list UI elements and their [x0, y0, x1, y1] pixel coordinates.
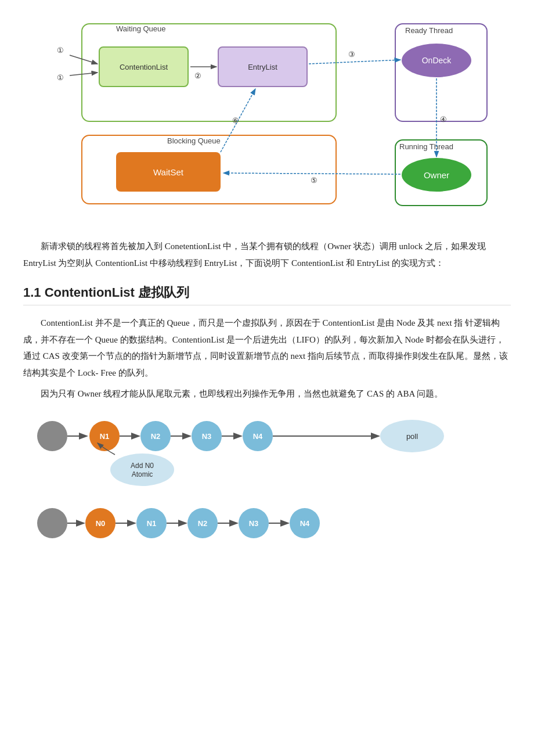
- svg-text:③: ③: [348, 50, 355, 59]
- entry-list-box: EntryList: [218, 46, 308, 87]
- svg-point-16: [37, 421, 67, 451]
- svg-text:N3: N3: [202, 432, 212, 441]
- svg-text:poll: poll: [406, 432, 418, 441]
- svg-text:N2: N2: [151, 432, 161, 441]
- node-row-2: N0 N1 N2 N3 N4: [29, 501, 505, 548]
- svg-text:N3: N3: [249, 519, 259, 528]
- svg-text:Atomic: Atomic: [132, 470, 153, 478]
- waiting-queue-label: Waiting Queue: [116, 24, 166, 33]
- ready-thread-label: Ready Thread: [405, 26, 453, 35]
- svg-text:N0: N0: [96, 519, 106, 528]
- running-thread-label: Running Thread: [399, 142, 453, 151]
- owner-ellipse: Owner: [402, 158, 471, 192]
- blocking-queue-label: Blocking Queue: [167, 136, 221, 145]
- svg-text:N2: N2: [198, 519, 208, 528]
- section-1-1-body: ContentionList 并不是一个真正的 Queue，而只是一个虚拟队列，…: [23, 315, 511, 402]
- svg-text:N4: N4: [300, 519, 310, 528]
- node-row-2-svg: N0 N1 N2 N3 N4: [29, 501, 505, 548]
- svg-point-37: [37, 508, 67, 538]
- node-row-1: N1 N2 N3 N4 Add N0 Atomic pol: [29, 414, 505, 489]
- svg-text:①: ①: [57, 73, 64, 82]
- svg-text:①: ①: [57, 46, 64, 55]
- waitset-box: WaitSet: [116, 152, 221, 192]
- monitor-diagram: Waiting Queue ContentionList EntryList R…: [23, 12, 511, 221]
- svg-text:N4: N4: [253, 432, 263, 441]
- svg-text:Add N0: Add N0: [131, 462, 154, 470]
- node-row-1-svg: N1 N2 N3 N4 Add N0 Atomic pol: [29, 414, 505, 489]
- svg-text:N1: N1: [100, 432, 110, 441]
- contention-list-box: ContentionList: [99, 46, 189, 87]
- section-1-1-heading: 1.1 ContentionList 虚拟队列: [23, 284, 511, 305]
- section-1-1-para2: 因为只有 Owner 线程才能从队尾取元素，也即线程出列操作无争用，当然也就避免…: [23, 386, 511, 402]
- intro-paragraph: 新请求锁的线程将首先被加入到 ConetentionList 中，当某个拥有锁的…: [23, 238, 511, 271]
- section-1-1-para1: ContentionList 并不是一个真正的 Queue，而只是一个虚拟队列，…: [23, 315, 511, 381]
- intro-section: 新请求锁的线程将首先被加入到 ConetentionList 中，当某个拥有锁的…: [23, 238, 511, 271]
- svg-point-29: [110, 453, 174, 486]
- svg-text:N1: N1: [147, 519, 157, 528]
- node-diagram-section: N1 N2 N3 N4 Add N0 Atomic pol: [29, 414, 505, 548]
- ondeck-ellipse: OnDeck: [402, 44, 471, 77]
